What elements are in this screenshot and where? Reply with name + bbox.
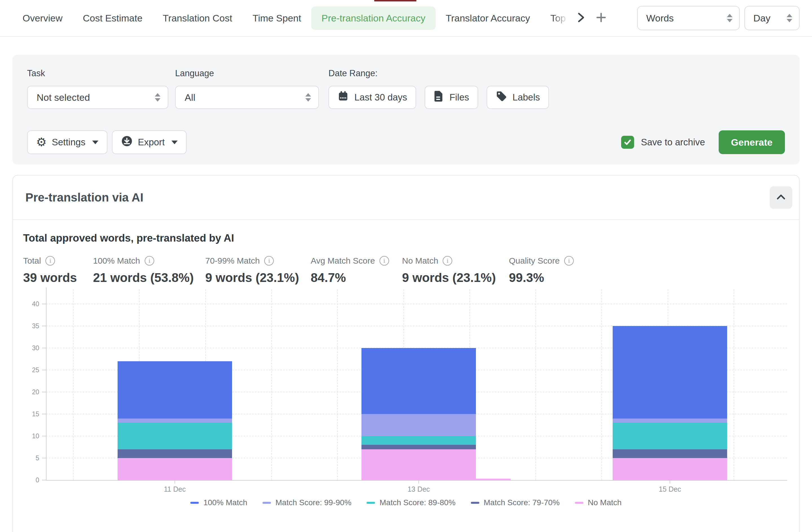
legend-label: Match Score: 89-80%: [379, 498, 455, 507]
tab-pre-translation-accuracy[interactable]: Pre-translation Accuracy: [311, 6, 436, 30]
language-select-value: All: [185, 92, 195, 103]
save-to-archive-checkbox[interactable]: Save to archive: [621, 136, 705, 149]
task-select-value: Not selected: [37, 92, 90, 103]
baseline-pink-fragment: [476, 479, 511, 480]
stat-value: 9 words (23.1%): [402, 271, 509, 285]
unit-select[interactable]: Words: [637, 6, 740, 30]
top-navigation: Overview Cost Estimate Translation Cost …: [0, 0, 812, 37]
bar-segment: [613, 449, 727, 458]
y-axis-line: [46, 288, 46, 481]
caret-down-icon: [171, 141, 178, 144]
panel-title: Pre-translation via AI: [25, 191, 144, 204]
stat-no-match: No Matchi 9 words (23.1%): [402, 256, 509, 285]
info-icon[interactable]: i: [379, 256, 389, 266]
vertical-gridline: [535, 289, 536, 480]
info-icon[interactable]: i: [145, 256, 154, 266]
stat-label: Total: [23, 256, 41, 266]
legend-color-dash-icon: [190, 502, 199, 504]
legend-color-dash-icon: [471, 502, 479, 504]
y-axis-tick-label: 25: [17, 366, 39, 374]
bar-segment: [361, 445, 476, 449]
y-tick-mark: [42, 436, 46, 436]
chart-legend: 100% MatchMatch Score: 99-90%Match Score…: [13, 498, 799, 507]
legend-item[interactable]: Match Score: 99-90%: [262, 498, 351, 507]
bar-segment: [118, 419, 232, 423]
settings-button-label: Settings: [52, 137, 85, 148]
vertical-gridline: [601, 289, 602, 480]
y-axis-tick-label: 40: [17, 300, 39, 308]
vertical-gridline: [734, 289, 734, 480]
plus-icon: [595, 11, 607, 25]
gear-icon: ⚙: [36, 136, 47, 148]
stat-total: Totali 39 words: [23, 256, 93, 285]
settings-dropdown-button[interactable]: ⚙ Settings: [27, 130, 107, 154]
period-select[interactable]: Day: [744, 6, 800, 30]
stat-label: No Match: [402, 256, 438, 266]
bar-segment: [613, 458, 727, 480]
calendar-icon: [337, 90, 349, 104]
bar-segment: [613, 423, 727, 449]
date-range-label: Date Range:: [329, 68, 549, 79]
legend-label: Match Score: 99-90%: [275, 498, 351, 507]
stat-avg-match-score: Avg Match Scorei 84.7%: [311, 256, 402, 285]
tab-top-truncated[interactable]: Top: [540, 6, 569, 30]
download-circle-icon: [121, 135, 133, 149]
bar-segment: [118, 423, 232, 449]
date-range-button[interactable]: Last 30 days: [329, 86, 416, 109]
legend-item[interactable]: Match Score: 89-80%: [366, 498, 455, 507]
y-axis-tick-label: 20: [17, 388, 39, 396]
stat-value: 9 words (23.1%): [205, 271, 311, 285]
tab-overview[interactable]: Overview: [12, 6, 73, 30]
x-tick-mark: [175, 480, 175, 484]
y-axis-tick-label: 10: [17, 432, 39, 440]
top-edge-marker: [374, 0, 417, 1]
stat-label: Quality Score: [509, 256, 560, 266]
stats-row: Totali 39 words 100% Matchi 21 words (53…: [23, 256, 789, 285]
info-icon[interactable]: i: [443, 256, 452, 266]
pre-translation-panel: Pre-translation via AI Total approved wo…: [12, 175, 800, 532]
x-axis-category-label: 15 Dec: [642, 485, 698, 493]
vertical-gridline: [337, 289, 338, 480]
checkbox-checked-icon[interactable]: [621, 136, 634, 149]
info-icon[interactable]: i: [564, 256, 574, 266]
y-tick-mark: [42, 414, 46, 414]
x-axis-category-label: 11 Dec: [147, 485, 203, 493]
tab-time-spent[interactable]: Time Spent: [243, 6, 311, 30]
tab-cost-estimate[interactable]: Cost Estimate: [73, 6, 153, 30]
tabs-scroll-right-button[interactable]: [572, 9, 590, 27]
tab-translator-accuracy[interactable]: Translator Accuracy: [436, 6, 540, 30]
language-select[interactable]: All: [175, 86, 319, 109]
legend-item[interactable]: Match Score: 79-70%: [471, 498, 560, 507]
tab-translation-cost[interactable]: Translation Cost: [153, 6, 242, 30]
generate-button[interactable]: Generate: [719, 130, 785, 154]
tag-icon: [496, 90, 507, 104]
vertical-gridline: [271, 289, 272, 480]
period-select-value: Day: [753, 13, 770, 24]
y-tick-mark: [42, 326, 46, 326]
y-axis-tick-label: 0: [17, 476, 39, 484]
legend-color-dash-icon: [262, 502, 271, 504]
legend-color-dash-icon: [575, 502, 583, 504]
stat-quality-score: Quality Scorei 99.3%: [509, 256, 574, 285]
export-dropdown-button[interactable]: Export: [112, 130, 187, 154]
stat-label: Avg Match Score: [311, 256, 375, 266]
info-icon[interactable]: i: [264, 256, 274, 266]
files-filter-button[interactable]: Files: [425, 86, 478, 109]
add-report-button[interactable]: [592, 9, 610, 27]
bar-segment: [118, 458, 232, 480]
legend-label: Match Score: 79-70%: [484, 498, 560, 507]
date-range-value: Last 30 days: [354, 92, 407, 103]
legend-item[interactable]: No Match: [575, 498, 622, 507]
task-select[interactable]: Not selected: [27, 86, 168, 109]
stat-value: 39 words: [23, 271, 93, 285]
info-icon[interactable]: i: [45, 256, 55, 266]
labels-filter-button[interactable]: Labels: [487, 86, 549, 109]
stat-value: 84.7%: [311, 271, 402, 285]
legend-item[interactable]: 100% Match: [190, 498, 247, 507]
y-axis-tick-label: 15: [17, 410, 39, 418]
collapse-panel-button[interactable]: [770, 186, 792, 209]
x-tick-mark: [418, 480, 419, 484]
y-tick-mark: [42, 392, 46, 392]
report-filter-card: Task Not selected Language All Date Rang…: [12, 55, 800, 165]
y-tick-mark: [42, 480, 46, 480]
